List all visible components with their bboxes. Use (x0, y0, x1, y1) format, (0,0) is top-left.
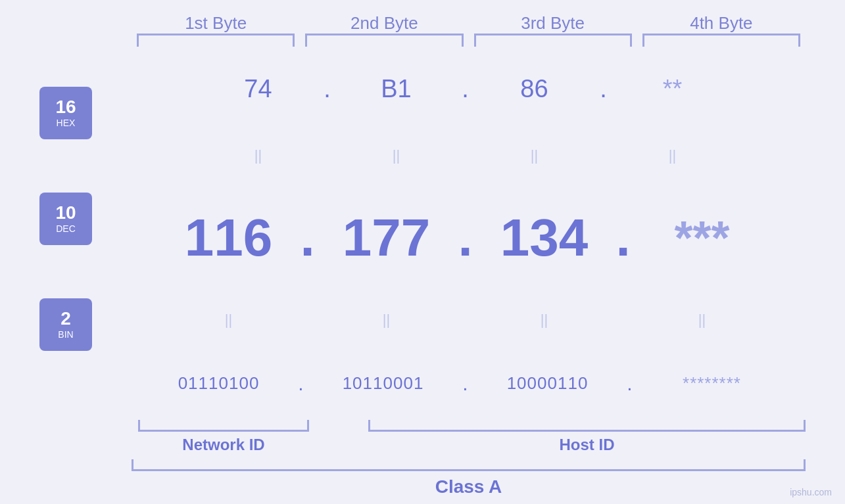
hex-dot-3: . (591, 75, 617, 103)
dec-b4: *** (637, 211, 768, 265)
network-host-row: Network ID Host ID (132, 420, 806, 454)
dec-dot-3: . (610, 208, 637, 268)
hex-row: 74 . B1 . 86 . ** (125, 75, 806, 103)
dec-b2: 177 (321, 208, 452, 268)
top-brackets (39, 34, 806, 47)
bin-badge-label: BIN (58, 329, 73, 340)
bin-dot-2: . (456, 373, 475, 395)
hex-b1: 74 (203, 75, 314, 103)
network-id-label: Network ID (182, 436, 264, 454)
dec-b1: 116 (163, 208, 295, 268)
dec-badge-label: DEC (56, 223, 76, 234)
class-row: Class A (132, 459, 806, 497)
host-id-bracket (368, 420, 806, 432)
bin-badge: 2 BIN (39, 298, 92, 351)
bin-b2: 10110001 (311, 373, 456, 394)
bin-dot-1: . (291, 373, 311, 395)
hex-badge: 16 HEX (39, 87, 92, 139)
hex-dot-2: . (452, 75, 479, 103)
dec-dot-2: . (452, 208, 479, 268)
bracket-4 (642, 34, 800, 47)
bin-b3: 10000110 (475, 373, 620, 394)
eq2-3: || (479, 311, 610, 329)
main-content: 16 HEX 10 DEC 2 BIN 74 . B1 . 86 . ** (39, 53, 806, 417)
bracket-1 (137, 34, 295, 47)
eq1-1: || (203, 147, 314, 164)
bin-dot-3: . (620, 373, 640, 395)
hex-badge-number: 16 (55, 97, 76, 118)
byte-headers-row: 1st Byte 2nd Byte 3rd Byte 4th Byte (39, 13, 806, 34)
network-id-section: Network ID (132, 420, 316, 454)
dec-badge: 10 DEC (39, 193, 92, 245)
hex-dot-1: . (314, 75, 341, 103)
eq2-2: || (321, 311, 452, 329)
eq1-3: || (479, 147, 591, 164)
bin-b1: 01110100 (147, 373, 291, 394)
class-label: Class A (132, 476, 806, 497)
eq2-1: || (163, 311, 295, 329)
hex-badge-label: HEX (57, 118, 76, 128)
main-container: 1st Byte 2nd Byte 3rd Byte 4th Byte 16 H… (0, 0, 845, 504)
dec-badge-number: 10 (55, 203, 76, 223)
equals-row-1: || || || || (125, 147, 806, 164)
eq2-4: || (637, 311, 768, 329)
bin-badge-number: 2 (60, 309, 71, 329)
bracket-3 (474, 34, 632, 47)
byte-header-1: 1st Byte (132, 13, 300, 34)
host-id-label: Host ID (560, 436, 615, 454)
hex-b3: 86 (479, 75, 591, 103)
bracket-2 (305, 34, 463, 47)
ip-rows: 74 . B1 . 86 . ** || || || || 116 (125, 53, 806, 417)
watermark: ipshu.com (790, 487, 832, 497)
bottom-section: Network ID Host ID Class A (39, 420, 806, 497)
hex-b4: ** (617, 75, 729, 103)
class-bracket (132, 459, 806, 471)
bin-b4: ******** (640, 373, 785, 394)
bin-row: 01110100 . 10110001 . 10000110 . *******… (125, 373, 806, 395)
host-id-section: Host ID (368, 420, 806, 454)
dec-b3: 134 (479, 208, 610, 268)
dec-dot-1: . (295, 208, 321, 268)
badges-column: 16 HEX 10 DEC 2 BIN (39, 53, 125, 417)
dec-row: 116 . 177 . 134 . *** (125, 208, 806, 268)
byte-header-3: 3rd Byte (469, 13, 637, 34)
eq1-2: || (341, 147, 452, 164)
byte-header-2: 2nd Byte (300, 13, 468, 34)
byte-header-4: 4th Byte (637, 13, 806, 34)
eq1-4: || (617, 147, 729, 164)
equals-row-2: || || || || (125, 311, 806, 329)
network-id-bracket (138, 420, 309, 432)
hex-b2: B1 (341, 75, 452, 103)
